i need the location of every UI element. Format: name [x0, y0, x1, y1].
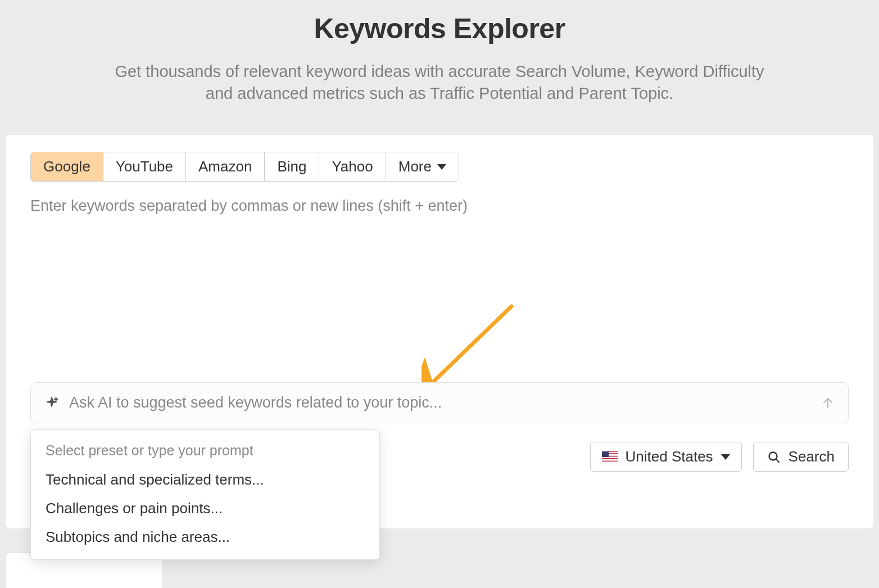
- preset-dropdown: Select preset or type your prompt Techni…: [30, 429, 380, 560]
- search-button[interactable]: Search: [753, 442, 849, 472]
- engine-tabs: Google YouTube Amazon Bing Yahoo More: [30, 152, 459, 182]
- search-label: Search: [789, 448, 835, 465]
- tab-label: Amazon: [198, 158, 252, 175]
- chevron-down-icon: [721, 454, 730, 460]
- search-panel: Google YouTube Amazon Bing Yahoo More: [6, 135, 873, 528]
- bottom-controls: United States Search: [590, 442, 849, 472]
- tab-label: YouTube: [116, 158, 173, 175]
- chevron-down-icon: [437, 164, 446, 170]
- tab-yahoo[interactable]: Yahoo: [319, 152, 386, 181]
- tab-label: Google: [43, 158, 90, 175]
- page-title: Keywords Explorer: [0, 12, 879, 45]
- keywords-input[interactable]: [30, 197, 849, 377]
- page-subtitle: Get thousands of relevant keyword ideas …: [102, 61, 777, 105]
- preset-item-subtopics[interactable]: Subtopics and niche areas...: [31, 523, 379, 551]
- page-header: Keywords Explorer Get thousands of relev…: [0, 0, 879, 121]
- tab-bing[interactable]: Bing: [265, 152, 319, 181]
- search-icon: [767, 450, 781, 464]
- tab-google[interactable]: Google: [31, 152, 103, 181]
- tab-label: Bing: [277, 158, 306, 175]
- tab-label: More: [398, 158, 432, 175]
- preset-item-challenges[interactable]: Challenges or pain points...: [31, 494, 379, 523]
- sparkle-icon: [44, 396, 59, 410]
- country-select[interactable]: United States: [590, 442, 742, 472]
- svg-line-3: [776, 459, 779, 462]
- tab-youtube[interactable]: YouTube: [103, 152, 186, 181]
- tab-amazon[interactable]: Amazon: [186, 152, 265, 181]
- tab-more[interactable]: More: [386, 152, 459, 181]
- us-flag-icon: [602, 451, 618, 462]
- tab-label: Yahoo: [332, 158, 373, 175]
- arrow-up-icon[interactable]: [821, 396, 835, 410]
- preset-item-technical[interactable]: Technical and specialized terms...: [31, 465, 379, 494]
- ai-prompt-input[interactable]: [69, 394, 811, 411]
- preset-dropdown-header: Select preset or type your prompt: [31, 440, 379, 465]
- ai-suggest-bar[interactable]: [30, 382, 849, 423]
- country-label: United States: [626, 448, 713, 465]
